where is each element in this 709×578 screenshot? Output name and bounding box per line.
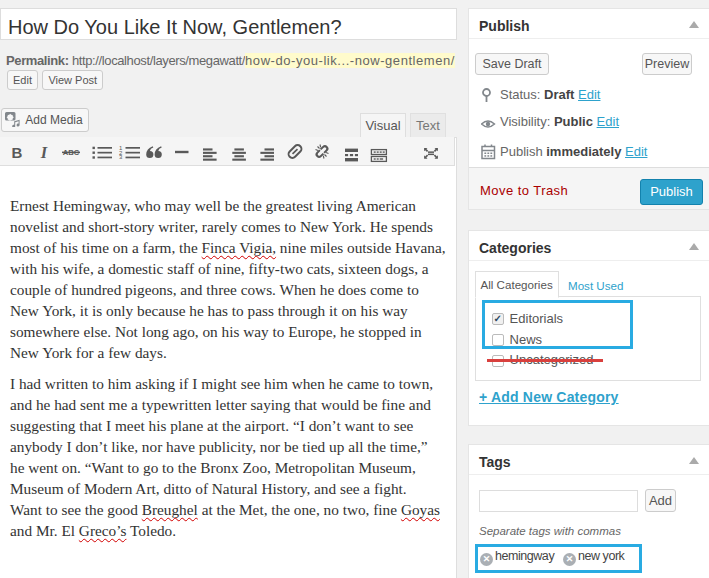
svg-text:3: 3 [119,154,123,160]
svg-text:I: I [40,143,48,162]
svg-text:B: B [12,144,23,161]
